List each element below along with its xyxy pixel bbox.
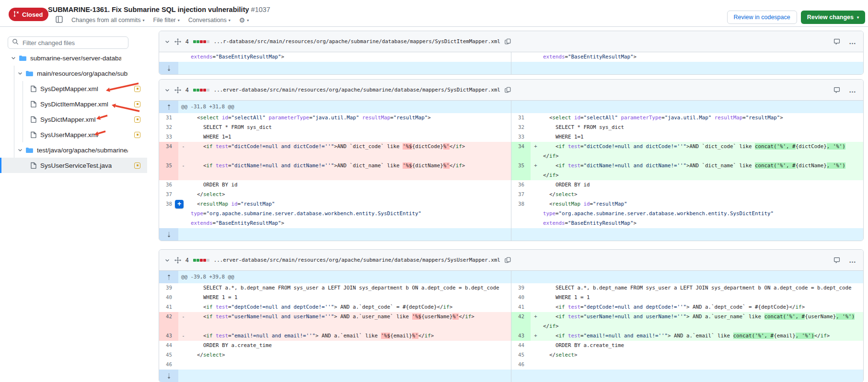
review-in-codespace-button[interactable]: Review in codespace: [727, 11, 797, 24]
line-number[interactable]: 32: [159, 123, 178, 132]
drag-handle-icon[interactable]: [174, 38, 181, 45]
diff-marker: [178, 123, 188, 132]
line-number[interactable]: 44: [159, 341, 178, 350]
tree-file-sysdictitemmapper-xml[interactable]: SysDictItemMapper.xml: [0, 96, 147, 112]
code-line: <resultMap id="resultMap"type="org.apach…: [188, 199, 511, 228]
diffstat-square-del: [200, 259, 203, 262]
diff-side-old: 32 SELECT * FROM sys_dict: [159, 123, 511, 132]
chevron-down-icon[interactable]: [17, 70, 23, 76]
expand-down-button[interactable]: [159, 228, 178, 241]
filter-changed-files-input[interactable]: [22, 39, 124, 47]
code-line: </select>: [541, 190, 864, 199]
line-number[interactable]: 31: [511, 113, 531, 123]
diff-marker: [178, 350, 188, 360]
line-number[interactable]: 39: [511, 283, 531, 293]
kebab-menu-icon[interactable]: …: [849, 258, 856, 263]
tree-item-label: SysDictItemMapper.xml: [40, 101, 108, 108]
diff-side-old: 41 <if test="deptCode!=null and deptCode…: [159, 302, 511, 312]
tree-file-sysuserservicetest-java[interactable]: SysUserServiceTest.java: [0, 158, 147, 173]
expand-down-button[interactable]: [159, 62, 178, 74]
tree-item-label: submarine-server/server-database/...: [30, 55, 121, 62]
line-number[interactable]: 37: [159, 190, 178, 199]
tree-file-sysusermapper-xml[interactable]: SysUserMapper.xml: [0, 127, 147, 142]
tree-folder-submarine-server-server-database-[interactable]: submarine-server/server-database/...: [0, 50, 147, 66]
tree-folder-main-resources-org-apache-subm-[interactable]: main/resources/org/apache/subm...: [0, 66, 147, 81]
chevron-down-icon[interactable]: [11, 55, 16, 61]
line-number[interactable]: [159, 52, 178, 62]
line-number[interactable]: 37: [511, 190, 531, 199]
commits-dropdown[interactable]: Changes from all commits ▾: [71, 17, 145, 23]
expand-down-button[interactable]: [159, 370, 178, 382]
file-icon: [31, 162, 36, 169]
line-number[interactable]: 34: [511, 142, 531, 161]
diff-side-new: 40 WHERE 1 = 1: [511, 293, 864, 302]
file-header-actions: …: [833, 257, 856, 264]
line-number[interactable]: 41: [511, 302, 531, 312]
code-line: <if test="dictName!=null and dictName!='…: [541, 161, 864, 180]
add-comment-button[interactable]: +: [175, 200, 184, 208]
comment-icon[interactable]: [833, 87, 840, 93]
review-changes-button[interactable]: Review changes ▾: [801, 11, 865, 24]
line-number[interactable]: 38: [511, 199, 531, 228]
line-number[interactable]: 42: [511, 312, 531, 331]
line-number[interactable]: 36: [511, 180, 531, 190]
collapse-file-chevron[interactable]: [164, 39, 170, 45]
kebab-menu-icon[interactable]: …: [849, 88, 856, 93]
conversations-dropdown[interactable]: Conversations ▾: [188, 17, 231, 23]
tree-file-sysdictmapper-xml[interactable]: SysDictMapper.xml: [0, 112, 147, 127]
diff-file-header: 4...erver-database/src/main/resources/or…: [159, 80, 863, 101]
hunk-header: @@ -31,8 +31,8 @@: [178, 101, 234, 113]
drag-handle-icon[interactable]: [174, 257, 181, 264]
split-divider: [511, 52, 511, 74]
file-path[interactable]: ...r-database/src/main/resources/org/apa…: [214, 38, 500, 45]
copy-path-icon[interactable]: [505, 257, 511, 263]
file-header-actions: …: [833, 38, 856, 45]
line-number[interactable]: 42: [159, 312, 178, 331]
diff-side-new: 42+ <if test="userName!=null and userNam…: [511, 312, 864, 331]
copy-path-icon[interactable]: [505, 38, 511, 45]
chevron-down-icon[interactable]: [17, 147, 23, 153]
line-number[interactable]: 33: [511, 132, 531, 142]
line-number[interactable]: 31: [159, 113, 178, 123]
drag-handle-icon[interactable]: [174, 87, 181, 93]
line-number[interactable]: 35: [511, 161, 531, 180]
line-number[interactable]: [511, 52, 531, 62]
line-number[interactable]: 41: [159, 302, 178, 312]
line-number[interactable]: 35: [159, 161, 178, 180]
comment-icon[interactable]: [833, 38, 840, 45]
sidebar-toggle-icon[interactable]: [56, 16, 63, 24]
line-number[interactable]: 32: [511, 123, 531, 132]
line-number[interactable]: 33: [159, 132, 178, 142]
tree-folder-test-java-org-apache-submarine-s-[interactable]: test/java/org/apache/submarine/s...: [0, 142, 147, 158]
kebab-menu-icon[interactable]: …: [849, 39, 856, 44]
file-filter-box: [8, 36, 128, 49]
diff-side-old: 37 </select>: [159, 190, 511, 199]
copy-path-icon[interactable]: [505, 87, 511, 93]
line-number[interactable]: 40: [159, 293, 178, 302]
comment-icon[interactable]: [833, 257, 840, 264]
line-number[interactable]: 46: [511, 360, 531, 370]
line-number[interactable]: 45: [159, 350, 178, 360]
line-number[interactable]: 34: [159, 142, 178, 161]
collapse-file-chevron[interactable]: [164, 257, 170, 263]
line-number[interactable]: 36: [159, 180, 178, 190]
diffstat-square-add: [197, 89, 199, 92]
line-number[interactable]: 38+: [159, 199, 178, 228]
file-path[interactable]: ...erver-database/src/main/resources/org…: [214, 257, 500, 263]
line-number[interactable]: 44: [511, 341, 531, 350]
line-number[interactable]: 39: [159, 283, 178, 293]
line-number[interactable]: 43: [159, 331, 178, 341]
collapse-file-chevron[interactable]: [164, 87, 170, 93]
diff-body: @@ -31,8 +31,8 @@31 <select id="selectAl…: [159, 101, 863, 241]
line-number[interactable]: 46: [159, 360, 178, 370]
expand-up-button[interactable]: [159, 101, 178, 113]
line-number[interactable]: 45: [511, 350, 531, 360]
diff-settings-dropdown[interactable]: ⚙ ▾: [239, 17, 249, 23]
tree-file-sysdeptmapper-xml[interactable]: SysDeptMapper.xml: [0, 81, 147, 96]
file-filter-dropdown[interactable]: File filter ▾: [153, 17, 180, 23]
line-number[interactable]: 40: [511, 293, 531, 302]
expand-up-button[interactable]: [159, 271, 178, 283]
hunk-header: @@ -39,8 +39,8 @@: [178, 271, 234, 283]
line-number[interactable]: 43: [511, 331, 531, 341]
file-path[interactable]: ...erver-database/src/main/resources/org…: [214, 87, 500, 93]
